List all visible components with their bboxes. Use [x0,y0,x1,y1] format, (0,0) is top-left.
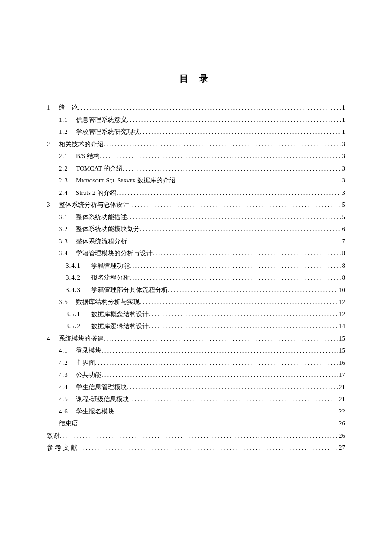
toc-entry: 3.2整体系统功能模块划分6 [47,223,345,235]
toc-leader-dots [176,174,341,187]
toc-entry-page: 21 [338,393,345,405]
toc-entry-label: 学籍管理模块的分析与设计 [76,247,153,260]
toc-entry-number: 3.5 [59,296,76,308]
toc-entry: 结束语26 [47,417,345,430]
toc-entry-page: 1 [341,126,346,138]
toc-entry-page: 26 [338,417,345,430]
toc-entry-number: 4.2 [59,357,76,369]
toc-entry-label: 主界面 [76,357,95,369]
toc-leader-dots [168,284,338,296]
toc-leader-dots [101,369,338,381]
page-title: 目 录 [47,72,345,84]
toc-entry-page: 6 [341,223,346,235]
toc-leader-dots [129,393,338,405]
toc-entry-page: 27 [338,442,345,454]
toc-entry-label: 登录模块 [76,344,101,357]
toc-leader-dots [116,187,341,199]
toc-leader-dots [149,320,338,332]
toc-entry-label: 公共功能 [76,369,101,381]
toc-entry: 3.4.1学籍管理功能8 [47,260,345,272]
toc-leader-dots [95,357,338,369]
toc-entry-number: 3.5.1 [66,308,91,321]
toc-entry-number: 4.6 [59,405,76,418]
toc-entry-number: 4.1 [59,344,76,357]
toc-entry: 3.5数据库结构分析与实现12 [47,296,345,308]
toc-entry-page: 8 [341,247,346,260]
toc-entry-page: 12 [338,308,345,321]
toc-entry-page: 15 [338,344,345,357]
toc-entry-label: 学籍管理功能 [91,260,130,272]
toc-entry-page: 15 [338,332,345,345]
toc-leader-dots [130,272,341,284]
toc-entry-number: 1.2 [59,126,76,138]
toc-entry-page: 3 [341,162,346,175]
toc-entry-label: 数据库逻辑结构设计 [91,320,149,332]
toc-entry-number: 3 [47,199,59,211]
toc-entry: 1绪 论1 [47,101,345,114]
toc-entry: 4.2主界面16 [47,357,345,369]
toc-entry-label: 数据库概念结构设计 [91,308,149,321]
toc-entry: 4.5课程-班级信息模块21 [47,393,345,405]
toc-leader-dots [104,138,341,150]
toc-leader-dots [130,260,341,272]
toc-entry-page: 3 [341,174,346,187]
toc-entry-number: 2.3 [59,174,76,187]
toc-entry: 3.4.3学籍管理部分具体流程分析10 [47,284,345,296]
toc-entry: 4系统模块的搭建15 [47,332,345,345]
toc-entry: 3.5.2数据库逻辑结构设计14 [47,320,345,332]
toc-entry: 4.6学生报名模块22 [47,405,345,418]
toc-leader-dots [127,235,341,248]
toc-entry-label: 学校管理系统研究现状 [76,126,140,138]
toc-entry: 4.4学生信息管理模块21 [47,381,345,393]
toc-entry-label: 数据库结构分析与实现 [76,296,140,308]
toc-entry-label: 报名流程分析 [91,272,130,284]
toc-entry: 2.3Microsoft Sql Server 数据库的介绍3 [47,174,345,187]
toc-entry: 致谢26 [47,430,345,442]
toc-leader-dots [77,442,338,454]
toc-entry-number: 4.3 [59,369,76,381]
toc-entry: 3整体系统分析与总体设计5 [47,199,345,211]
toc-entry-page: 21 [338,381,345,393]
toc-entry-number: 1 [47,101,59,114]
toc-entry-number: 3.4.3 [66,284,91,296]
toc-entry-number: 3.2 [59,223,76,235]
toc-entry-page: 12 [338,296,345,308]
toc-entry-number: 2.1 [59,150,76,162]
toc-entry-page: 3 [341,150,346,162]
toc-entry-page: 1 [341,101,346,114]
toc-entry: 3.5.1数据库概念结构设计12 [47,308,345,321]
toc-entry-label: B/S 结构 [76,150,100,162]
toc-entry-label: 绪 论 [59,101,78,114]
toc-entry-number: 3.5.2 [66,320,91,332]
toc-entry: 4.3公共功能17 [47,369,345,381]
toc-entry-number: 2.4 [59,187,76,199]
toc-entry: 3.3整体系统流程分析7 [47,235,345,248]
toc-entry: 1.2学校管理系统研究现状1 [47,126,345,138]
toc-entry-label: 参 考 文 献 [47,442,77,454]
toc-entry-label: 学籍管理部分具体流程分析 [91,284,168,296]
toc-entry-number: 4.5 [59,393,76,405]
toc-entry: 参 考 文 献27 [47,442,345,454]
toc-leader-dots [101,344,338,357]
toc-entry-page: 17 [338,369,345,381]
toc-entry-page: 26 [338,430,345,442]
toc-entry: 3.4.2报名流程分析8 [47,272,345,284]
toc-entry-page: 10 [338,284,345,296]
toc-entry-page: 3 [341,187,346,199]
toc-entry-label: 课程-班级信息模块 [76,393,129,405]
toc-leader-dots [60,430,338,442]
toc-leader-dots [140,126,341,138]
toc-entry-page: 8 [341,260,346,272]
toc-entry-page: 5 [341,211,346,223]
toc-leader-dots [104,332,338,345]
toc-leader-dots [129,199,341,211]
toc-entry-label: 学生信息管理模块 [76,381,127,393]
toc-leader-dots [123,162,341,175]
toc-entry-number: 3.4.2 [66,272,91,284]
toc-leader-dots [127,114,341,126]
toc-leader-dots [78,101,341,114]
toc-leader-dots [140,223,341,235]
toc-entry: 4.1登录模块15 [47,344,345,357]
toc-entry-label: Microsoft Sql Server 数据库的介绍 [76,174,176,187]
toc-entry-page: 14 [338,320,345,332]
